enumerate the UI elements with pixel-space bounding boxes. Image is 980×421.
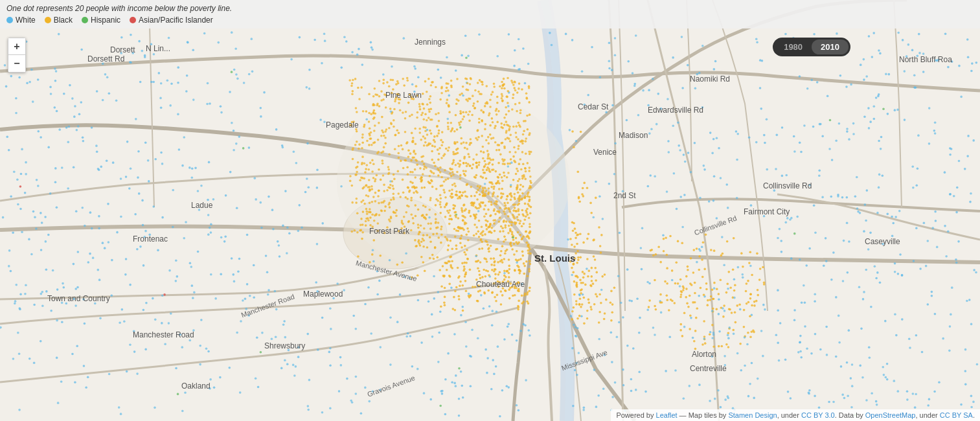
leaflet-link[interactable]: Leaflet xyxy=(656,411,678,419)
year-toggle: 1980 2010 xyxy=(773,38,850,56)
legend-item-white: White xyxy=(6,16,36,25)
legend-dot-black xyxy=(45,17,51,23)
map-container: St. LouisJenningsPine LawnPagedaleLadueF… xyxy=(0,0,980,421)
legend-dot-white xyxy=(6,17,13,23)
legend-label-asian: Asian/Pacific Islander xyxy=(139,16,213,25)
legend-label-black: Black xyxy=(54,16,73,25)
zoom-controls: + − xyxy=(8,38,26,73)
license1-text: , under xyxy=(777,411,801,419)
legend: WhiteBlackHispanicAsian/Pacific Islander xyxy=(6,16,974,25)
dots-layer xyxy=(0,0,980,421)
license2-text: , under xyxy=(915,411,939,419)
info-description: One dot represents 20 people with income… xyxy=(6,4,974,13)
legend-label-hispanic: Hispanic xyxy=(91,16,120,25)
data-text: . Data by xyxy=(835,411,865,419)
stamen-link[interactable]: Stamen Design xyxy=(728,411,777,419)
cc-by-sa-link[interactable]: CC BY SA xyxy=(940,411,973,419)
osm-link[interactable]: OpenStreetMap xyxy=(865,411,916,419)
legend-dot-asian xyxy=(130,17,136,23)
attribution: Powered by Leaflet — Map tiles by Stamen… xyxy=(611,409,980,421)
zoom-out-button[interactable]: − xyxy=(8,55,25,72)
year-2010-button[interactable]: 2010 xyxy=(812,40,849,54)
legend-label-white: White xyxy=(16,16,36,25)
cc-by-30-link[interactable]: CC BY 3.0 xyxy=(801,411,835,419)
legend-dot-hispanic xyxy=(82,17,88,23)
legend-item-hispanic: Hispanic xyxy=(82,16,120,25)
map-tiles-text: — Map tiles by xyxy=(678,411,729,419)
zoom-in-button[interactable]: + xyxy=(8,38,25,55)
year-1980-button[interactable]: 1980 xyxy=(775,40,812,54)
legend-item-black: Black xyxy=(45,16,73,25)
powered-by-text: Powered by xyxy=(616,411,655,419)
info-bar: One dot represents 20 people with income… xyxy=(0,0,980,28)
legend-item-asian: Asian/Pacific Islander xyxy=(130,16,213,25)
